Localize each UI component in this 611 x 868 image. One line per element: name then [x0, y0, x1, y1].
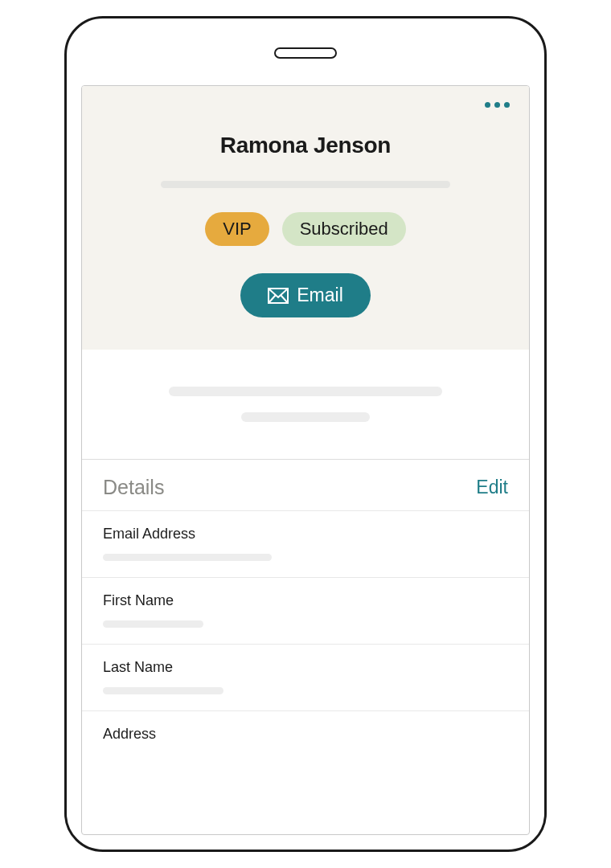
contact-header: Ramona Jenson VIP Subscribed Email: [82, 86, 529, 350]
detail-label: First Name: [103, 592, 508, 609]
tag-vip[interactable]: VIP: [205, 212, 269, 246]
more-dot-icon: [485, 102, 490, 108]
tag-list: VIP Subscribed: [105, 212, 506, 246]
detail-label: Email Address: [103, 526, 508, 542]
details-section: Details Edit Email Address First Name La…: [82, 459, 529, 759]
phone-frame: Ramona Jenson VIP Subscribed Email: [64, 16, 547, 852]
detail-row-first-name[interactable]: First Name: [82, 577, 529, 644]
contact-name: Ramona Jenson: [105, 133, 506, 158]
placeholder-bar: [103, 620, 203, 628]
placeholder-bar: [241, 412, 370, 422]
edit-link[interactable]: Edit: [476, 477, 508, 498]
email-button-label: Email: [297, 285, 343, 306]
email-button[interactable]: Email: [240, 273, 371, 317]
app-screen: Ramona Jenson VIP Subscribed Email: [81, 85, 530, 835]
more-dot-icon: [504, 102, 510, 108]
mid-placeholder-section: [82, 350, 529, 459]
details-header: Details Edit: [82, 460, 529, 510]
detail-label: Last Name: [103, 659, 508, 676]
more-options-button[interactable]: [485, 102, 510, 108]
detail-row-address[interactable]: Address: [82, 710, 529, 759]
detail-label: Address: [103, 726, 508, 743]
phone-speaker: [274, 47, 337, 59]
detail-row-last-name[interactable]: Last Name: [82, 644, 529, 710]
placeholder-bar: [103, 554, 272, 561]
detail-row-email[interactable]: Email Address: [82, 510, 529, 577]
placeholder-bar: [169, 387, 442, 396]
more-dot-icon: [494, 102, 500, 108]
placeholder-bar: [161, 181, 450, 188]
placeholder-bar: [103, 687, 223, 694]
tag-subscribed[interactable]: Subscribed: [282, 212, 406, 246]
email-icon: [268, 288, 289, 304]
details-title: Details: [103, 476, 164, 499]
